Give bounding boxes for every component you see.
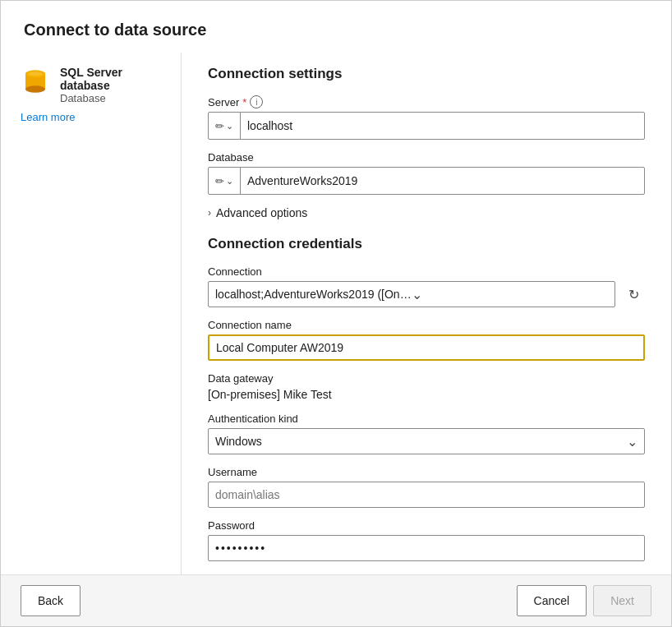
server-input[interactable] [241,113,644,139]
learn-more-link[interactable]: Learn more [21,111,161,123]
next-button[interactable]: Next [593,585,651,616]
connection-dropdown-chevron: ⌄ [412,287,608,302]
database-input-wrapper: ✏ ⌄ [208,167,645,195]
username-input[interactable] [208,482,645,508]
required-star: * [242,96,246,108]
footer-right: Cancel Next [517,585,651,616]
password-input[interactable] [208,535,645,561]
chevron-down-icon-db: ⌄ [226,176,233,187]
auth-kind-label: Authentication kind [208,413,645,425]
auth-kind-value: Windows [215,435,262,448]
pencil-icon-db: ✏ [215,175,224,187]
auth-kind-dropdown[interactable]: Windows ⌄ [208,428,645,454]
sql-server-icon [21,67,50,97]
data-gateway-label: Data gateway [208,372,645,385]
db-name: SQL Server database [60,66,161,92]
server-input-wrapper: ✏ ⌄ [208,112,645,140]
dialog-title: Connect to data source [1,1,671,53]
chevron-right-icon: › [208,207,211,219]
db-icon-wrapper: SQL Server database Database [21,66,161,104]
connection-credentials-title: Connection credentials [208,236,645,252]
back-button[interactable]: Back [21,585,81,616]
server-prefix-button[interactable]: ✏ ⌄ [209,113,241,139]
pencil-icon: ✏ [215,120,224,132]
connection-name-input[interactable] [208,334,645,361]
username-label: Username [208,466,645,478]
server-label: Server * i [208,95,645,108]
auth-kind-chevron: ⌄ [627,434,637,450]
svg-point-2 [25,85,45,93]
password-label: Password [208,519,645,532]
db-info: SQL Server database Database [60,66,161,104]
database-prefix-button[interactable]: ✏ ⌄ [209,168,241,194]
cancel-button[interactable]: Cancel [517,585,587,616]
advanced-options-label: Advanced options [216,206,307,219]
info-icon[interactable]: i [250,95,263,108]
right-panel: Connection settings Server * i ✏ ⌄ Datab… [182,53,671,574]
left-panel: SQL Server database Database Learn more [1,53,182,574]
db-type: Database [60,92,161,104]
connection-dropdown-value: localhost;AdventureWorks2019 ([On-premis… [215,288,412,301]
data-gateway-value: [On-premises] Mike Test [208,388,645,401]
database-label: Database [208,151,645,164]
footer: Back Cancel Next [1,574,671,626]
database-input[interactable] [241,168,644,194]
chevron-down-icon: ⌄ [226,121,233,131]
connection-dropdown[interactable]: localhost;AdventureWorks2019 ([On-premis… [208,281,615,307]
connection-name-label: Connection name [208,319,645,331]
svg-point-4 [28,71,42,76]
connection-row: localhost;AdventureWorks2019 ([On-premis… [208,281,645,307]
advanced-options-toggle[interactable]: › Advanced options [208,206,645,219]
connection-settings-title: Connection settings [208,66,645,82]
connection-label: Connection [208,265,645,278]
refresh-button[interactable]: ↻ [622,283,645,306]
footer-left: Back [21,585,81,616]
